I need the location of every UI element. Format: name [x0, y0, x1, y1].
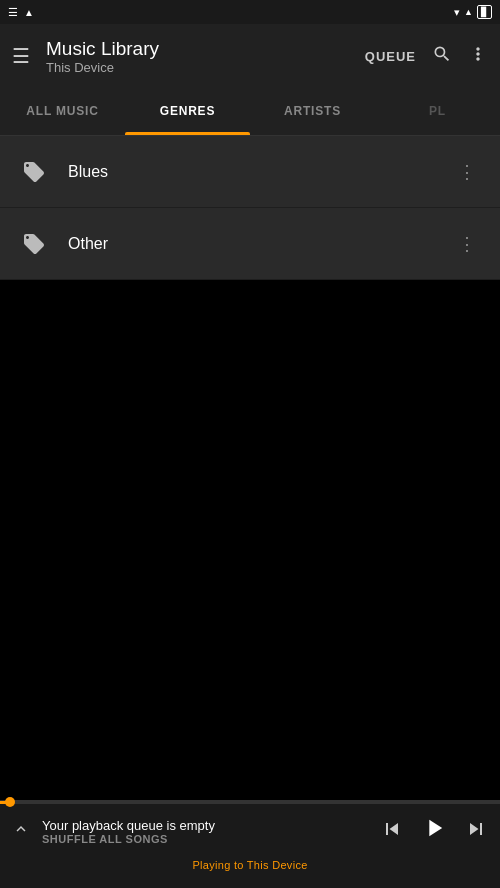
header-title: Music Library [46, 38, 349, 60]
queue-button[interactable]: QUEUE [365, 49, 416, 64]
more-options-icon[interactable] [468, 44, 488, 69]
genre-name: Blues [68, 163, 434, 181]
tabs-bar: ALL MUSIC GENRES ARTISTS PL [0, 88, 500, 136]
tab-all-music[interactable]: ALL MUSIC [0, 88, 125, 135]
expand-icon[interactable] [12, 820, 30, 843]
bottom-player: Your playback queue is empty SHUFFLE ALL… [0, 800, 500, 888]
list-item[interactable]: Blues ⋮ [0, 136, 500, 208]
previous-button[interactable] [380, 817, 404, 847]
next-button[interactable] [464, 817, 488, 847]
tag-icon [16, 154, 52, 190]
genre-name: Other [68, 235, 434, 253]
menu-status-icon: ☰ [8, 6, 18, 19]
genre-list: Blues ⋮ Other ⋮ [0, 136, 500, 280]
notification-icon: ▲ [24, 7, 34, 18]
player-track-label: Your playback queue is empty [42, 818, 368, 833]
tab-playlists[interactable]: PL [375, 88, 500, 135]
genre-more-options-icon[interactable]: ⋮ [450, 225, 484, 263]
wifi-icon: ▾ [454, 6, 460, 19]
status-bar: ☰ ▲ ▾ ▲ ▊ [0, 0, 500, 24]
app-header: ☰ Music Library This Device QUEUE [0, 24, 500, 88]
progress-bar[interactable] [0, 801, 500, 804]
tab-genres[interactable]: GENRES [125, 88, 250, 135]
tag-icon [16, 226, 52, 262]
battery-icon: ▊ [477, 5, 492, 19]
player-content: Your playback queue is empty SHUFFLE ALL… [0, 804, 500, 859]
shuffle-label[interactable]: SHUFFLE ALL SONGS [42, 833, 368, 845]
play-button[interactable] [420, 814, 448, 849]
player-info: Your playback queue is empty SHUFFLE ALL… [42, 818, 368, 845]
hamburger-menu-icon[interactable]: ☰ [12, 44, 30, 68]
genre-more-options-icon[interactable]: ⋮ [450, 153, 484, 191]
header-actions: QUEUE [365, 44, 488, 69]
status-bar-left: ☰ ▲ [8, 6, 34, 19]
playing-label: Playing to This Device [0, 859, 500, 877]
content-area [0, 280, 500, 800]
search-icon[interactable] [432, 44, 452, 69]
progress-dot [5, 797, 15, 807]
list-item[interactable]: Other ⋮ [0, 208, 500, 280]
player-controls [380, 814, 488, 849]
status-bar-right: ▾ ▲ ▊ [454, 5, 492, 19]
header-subtitle: This Device [46, 60, 349, 75]
header-title-group: Music Library This Device [46, 38, 349, 75]
tab-artists[interactable]: ARTISTS [250, 88, 375, 135]
signal-icon: ▲ [464, 7, 473, 17]
